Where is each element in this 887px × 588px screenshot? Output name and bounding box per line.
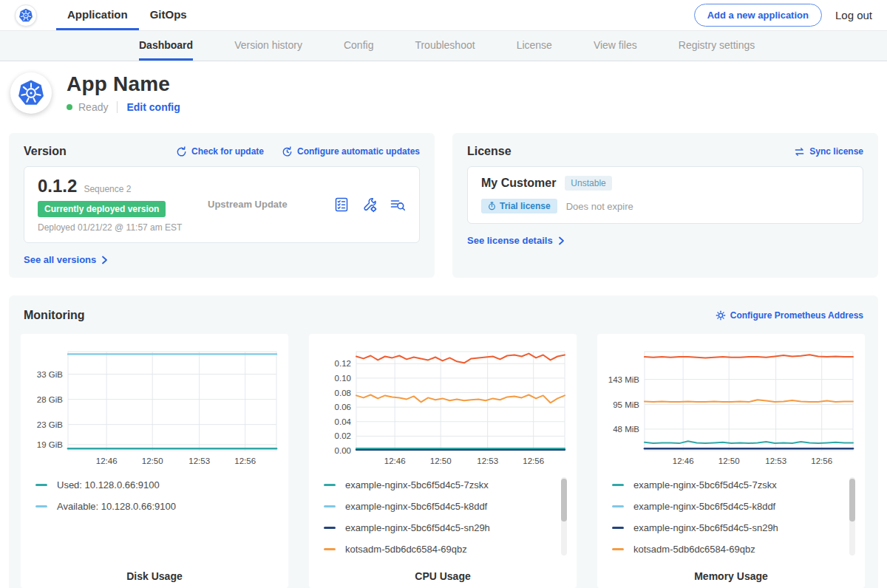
auto-update-clock-icon [282, 146, 293, 157]
check-for-update-label: Check for update [191, 146, 264, 157]
current-version-box: 0.1.2 Sequence 2 Currently deployed vers… [24, 166, 420, 243]
legend-label: Available: 10.128.0.66:9100 [57, 501, 176, 512]
configure-auto-updates-label: Configure automatic updates [297, 146, 420, 157]
legend-swatch [324, 505, 336, 507]
tab-config[interactable]: Config [344, 31, 373, 61]
legend-item: example-nginx-5bc6f5d4c5-7zskx [612, 479, 865, 490]
legend-item: kotsadm-5db6dc6584-69qbz [324, 543, 577, 555]
legend-swatch [324, 548, 336, 550]
svg-text:12:46: 12:46 [673, 457, 694, 465]
tab-license[interactable]: License [517, 31, 552, 61]
svg-text:12:53: 12:53 [765, 457, 786, 465]
legend-label: example-nginx-5bc6f5d4c5-7zskx [345, 479, 489, 490]
svg-text:95 MiB: 95 MiB [613, 400, 639, 409]
add-application-button[interactable]: Add a new application [694, 4, 822, 27]
license-card-title: License [467, 145, 512, 158]
svg-text:0.02: 0.02 [335, 431, 351, 440]
legend-item: Available: 10.128.0.66:9100 [35, 500, 288, 512]
chevron-right-icon [557, 236, 565, 245]
see-license-details-link[interactable]: See license details [467, 235, 565, 246]
customer-name: My Customer [481, 177, 556, 190]
divider [117, 101, 118, 113]
tab-application[interactable]: Application [56, 0, 139, 30]
tab-view-files[interactable]: View files [594, 31, 637, 61]
legend-label: kotsadm-5db6dc6584-69qbz [633, 544, 755, 555]
legend-item: example-nginx-5bc6f5d4c5-sn29h [612, 522, 865, 533]
legend-scrollbar-thumb[interactable] [849, 479, 855, 522]
kubernetes-wheel-icon [18, 8, 33, 23]
legend-swatch [35, 484, 47, 486]
legend-label: example-nginx-5bc6f5d4c5-7zskx [633, 479, 777, 490]
svg-text:12:46: 12:46 [96, 457, 118, 465]
disk-usage-legend: Used: 10.128.0.66:9100Available: 10.128.… [21, 476, 288, 560]
svg-text:0.04: 0.04 [335, 417, 352, 426]
kubernetes-logo[interactable] [15, 4, 37, 27]
legend-swatch [324, 484, 336, 486]
svg-text:12:56: 12:56 [811, 457, 832, 465]
legend-label: kotsadm-5db6dc6584-69qbz [345, 544, 467, 555]
upstream-update-label: Upstream Update [208, 199, 288, 210]
svg-text:48 MiB: 48 MiB [613, 425, 639, 434]
legend-scrollbar [849, 477, 855, 555]
release-notes-icon[interactable] [333, 196, 350, 213]
cpu-usage-chart: 0.120.100.080.060.040.020.0012:4612:5012… [309, 343, 577, 468]
topnav-tabs: Application GitOps [56, 0, 198, 30]
svg-text:0.08: 0.08 [335, 389, 351, 397]
summary-cards-row: Version Check for update [9, 133, 878, 278]
config-wrench-icon[interactable] [361, 196, 378, 213]
topnav-right: Add a new application Log out [694, 0, 872, 30]
sequence-label: Sequence 2 [84, 184, 131, 194]
chart-title: Disk Usage [21, 570, 288, 582]
legend-label: example-nginx-5bc6f5d4c5-k8ddf [345, 501, 487, 512]
trial-license-label: Trial license [500, 201, 551, 211]
configure-auto-updates-link[interactable]: Configure automatic updates [282, 146, 420, 157]
top-navbar: Application GitOps Add a new application… [0, 0, 887, 31]
svg-text:12:50: 12:50 [430, 457, 452, 465]
configure-prometheus-link[interactable]: Configure Prometheus Address [716, 310, 863, 321]
tab-gitops[interactable]: GitOps [139, 0, 198, 30]
edit-config-link[interactable]: Edit config [126, 101, 180, 113]
deployed-badge: Currently deployed version [38, 201, 166, 217]
legend-item: example-nginx-5bc6f5d4c5-sn29h [324, 522, 577, 533]
svg-text:33 GiB: 33 GiB [37, 370, 63, 379]
monitoring-title: Monitoring [24, 309, 85, 322]
tab-troubleshoot[interactable]: Troubleshoot [415, 31, 475, 61]
legend-scrollbar-thumb[interactable] [561, 479, 567, 522]
license-card: License Sync license My Customer Unstabl… [452, 133, 878, 278]
trial-license-badge: Trial license [481, 199, 557, 213]
sync-license-label: Sync license [809, 146, 863, 157]
check-for-update-link[interactable]: Check for update [176, 146, 264, 157]
page-title: App Name [67, 72, 180, 96]
legend-item: example-nginx-5bc6f5d4c5-k8ddf [612, 500, 865, 512]
stopwatch-icon [488, 202, 496, 211]
tab-version-history[interactable]: Version history [234, 31, 302, 61]
memory-usage-legend: example-nginx-5bc6f5d4c5-7zskxexample-ng… [597, 476, 865, 560]
svg-text:0.06: 0.06 [335, 403, 351, 411]
view-logs-icon[interactable] [390, 196, 406, 213]
svg-text:0.00: 0.00 [335, 446, 351, 455]
svg-text:28 GiB: 28 GiB [37, 395, 63, 404]
charts-row: 33 GiB28 GiB23 GiB19 GiB12:4612:5012:531… [21, 334, 866, 588]
svg-text:12:50: 12:50 [142, 457, 163, 465]
svg-text:12:56: 12:56 [523, 457, 544, 465]
see-license-details-label: See license details [467, 235, 553, 246]
logout-button[interactable]: Log out [835, 9, 872, 21]
cpu-usage-card: 0.120.100.080.060.040.020.0012:4612:5012… [309, 334, 577, 588]
tab-registry-settings[interactable]: Registry settings [679, 31, 755, 61]
svg-text:12:46: 12:46 [384, 457, 406, 465]
sync-arrows-icon [794, 146, 805, 157]
legend-label: Used: 10.128.0.66:9100 [57, 479, 160, 490]
license-details-box: My Customer Unstable Trial license Does … [467, 166, 863, 224]
legend-item: example-nginx-5bc6f5d4c5-k8ddf [324, 500, 577, 512]
tab-dashboard[interactable]: Dashboard [139, 31, 193, 61]
version-card: Version Check for update [9, 133, 435, 278]
refresh-icon [176, 146, 187, 157]
sync-license-link[interactable]: Sync license [794, 146, 863, 157]
legend-item: example-nginx-5bc6f5d4c5-7zskx [324, 479, 577, 490]
see-all-versions-label: See all versions [24, 254, 96, 265]
see-all-versions-link[interactable]: See all versions [24, 254, 109, 265]
svg-text:143 MiB: 143 MiB [608, 375, 640, 384]
status-dot [67, 104, 72, 110]
legend-swatch [35, 505, 47, 507]
chart-title: CPU Usage [309, 570, 577, 582]
